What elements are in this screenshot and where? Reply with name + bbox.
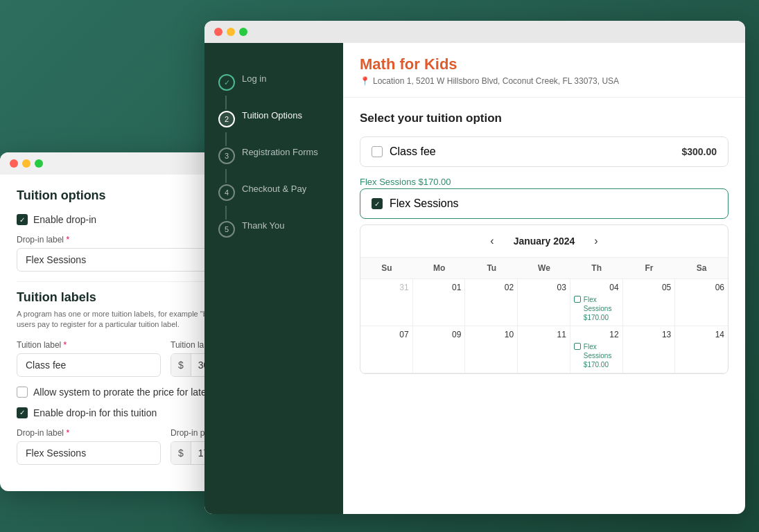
cal-day-09: 09 (413, 326, 466, 373)
cal-header-th: Th (570, 258, 623, 279)
cal-event-04[interactable]: Flex Sessions$170.00 (574, 295, 619, 322)
class-fee-label: Class fee (390, 145, 436, 158)
tuition-option-class-fee[interactable]: Class fee $300.00 (360, 136, 729, 167)
calendar-container: ‹ January 2024 › Su Mo Tu We Th Fr Sa (360, 224, 729, 374)
sidebar-item-thankyou[interactable]: 5 Thank You (204, 211, 343, 247)
tl-red[interactable] (10, 159, 18, 168)
cal-day-03: 03 (518, 279, 570, 326)
sidebar-item-checkout-label: Checkout & Pay (242, 184, 306, 195)
cal-day-31: 31 (360, 279, 413, 326)
cal-header-fr: Fr (623, 258, 676, 279)
sidebar-item-thankyou-label: Thank You (242, 220, 284, 232)
step-circle-5: 5 (218, 221, 235, 238)
tl-yellow[interactable] (22, 159, 30, 168)
cal-event-12[interactable]: Flex Sessions$170.00 (574, 342, 619, 369)
sidebar-item-checkout[interactable]: 4 Checkout & Pay (204, 174, 343, 211)
tuition-label-1-input[interactable] (17, 353, 161, 377)
cal-header-tu: Tu (465, 258, 518, 279)
prorate-checkbox[interactable] (17, 387, 28, 398)
step-circle-3: 3 (218, 148, 235, 164)
cal-header-mo: Mo (413, 258, 466, 279)
cal-day-13: 13 (623, 326, 676, 373)
calendar-grid: Su Mo Tu We Th Fr Sa 31 01 (360, 258, 728, 373)
sidebar-item-login[interactable]: ✓ Log in (204, 64, 343, 100)
main-tl-red[interactable] (214, 28, 223, 36)
step-circle-1: ✓ (218, 74, 235, 91)
sidebar-item-tuition-label: Tuition Options (242, 110, 302, 122)
cal-header-su: Su (360, 258, 413, 279)
class-fee-price: $300.00 (681, 146, 717, 157)
cal-day-12[interactable]: 12 Flex Sessions$170.00 (570, 326, 623, 373)
dropin-label-2-input[interactable] (17, 441, 161, 465)
main-titlebar (204, 21, 745, 43)
class-header: Math for Kids 📍 Location 1, 5201 W Hills… (343, 43, 745, 98)
sidebar-item-login-label: Log in (242, 73, 266, 85)
tuition-label-1-col: Tuition label * (17, 340, 161, 377)
sidebar-item-tuition[interactable]: 2 Tuition Options (204, 100, 343, 137)
tuition-option-flex[interactable]: Flex Sessions (360, 188, 729, 219)
dollar-prefix: $ (171, 354, 191, 376)
cal-day-04[interactable]: 04 Flex Sessions$170.00 (570, 279, 623, 326)
event-checkbox-12[interactable] (574, 343, 581, 350)
cal-month-label: January 2024 (514, 236, 575, 247)
flex-checkbox[interactable] (372, 198, 383, 209)
dropin-label-2-col: Drop-in label * (17, 428, 161, 465)
cal-day-14: 14 (675, 326, 728, 373)
tuition-section: Select your tuition option Class fee $30… (343, 98, 745, 388)
sidebar-item-registration-label: Registration Forms (242, 147, 318, 159)
main-tl-green[interactable] (239, 28, 247, 36)
cal-day-06: 06 (675, 279, 728, 326)
enable-dropin-checkbox[interactable] (17, 214, 28, 225)
tuition-option-left-1: Class fee (372, 145, 436, 158)
dollar-prefix-2: $ (171, 442, 191, 464)
sidebar-item-registration[interactable]: 3 Registration Forms (204, 137, 343, 174)
cal-day-05: 05 (623, 279, 676, 326)
cal-next-btn[interactable]: › (588, 233, 603, 249)
cal-day-07: 07 (360, 326, 413, 373)
tuition-option-left-2: Flex Sessions (372, 197, 459, 210)
location-icon: 📍 (360, 76, 370, 86)
cal-day-10: 10 (465, 326, 518, 373)
cal-prev-btn[interactable]: ‹ (485, 233, 499, 249)
location-text: Location 1, 5201 W Hillsboro Blvd, Cocon… (373, 76, 619, 86)
main-tl-yellow[interactable] (227, 28, 235, 36)
sidebar: ✓ Log in 2 Tuition Options 3 Registratio… (204, 43, 343, 514)
main-content: Math for Kids 📍 Location 1, 5201 W Hills… (343, 43, 745, 514)
cal-day-01: 01 (413, 279, 466, 326)
main-body: ✓ Log in 2 Tuition Options 3 Registratio… (204, 43, 745, 514)
cal-day-11: 11 (518, 326, 570, 373)
sidebar-steps: ✓ Log in 2 Tuition Options 3 Registratio… (204, 57, 343, 254)
tuition-section-title: Select your tuition option (360, 112, 729, 125)
event-checkbox-04[interactable] (574, 296, 581, 303)
cal-header-sa: Sa (675, 258, 728, 279)
enable-dropin-label: Enable drop-in (33, 214, 96, 225)
cal-header-we: We (518, 258, 570, 279)
step-circle-2: 2 (218, 111, 235, 127)
class-fee-checkbox[interactable] (372, 146, 383, 157)
tl-green[interactable] (35, 159, 43, 168)
main-window: ✓ Log in 2 Tuition Options 3 Registratio… (204, 21, 745, 514)
flex-sessions-label: Flex Sessions (390, 197, 459, 210)
enable-dropin-tuition-label: Enable drop-in for this tuition (33, 407, 157, 418)
calendar-header: ‹ January 2024 › (360, 225, 728, 258)
class-title: Math for Kids (360, 55, 729, 73)
class-location: 📍 Location 1, 5201 W Hillsboro Blvd, Coc… (360, 76, 729, 86)
step-circle-4: 4 (218, 184, 235, 201)
cal-day-02: 02 (465, 279, 518, 326)
flex-sessions-sub: Flex Sessions $170.00 (360, 172, 729, 188)
enable-dropin-tuition-checkbox[interactable] (17, 407, 28, 418)
